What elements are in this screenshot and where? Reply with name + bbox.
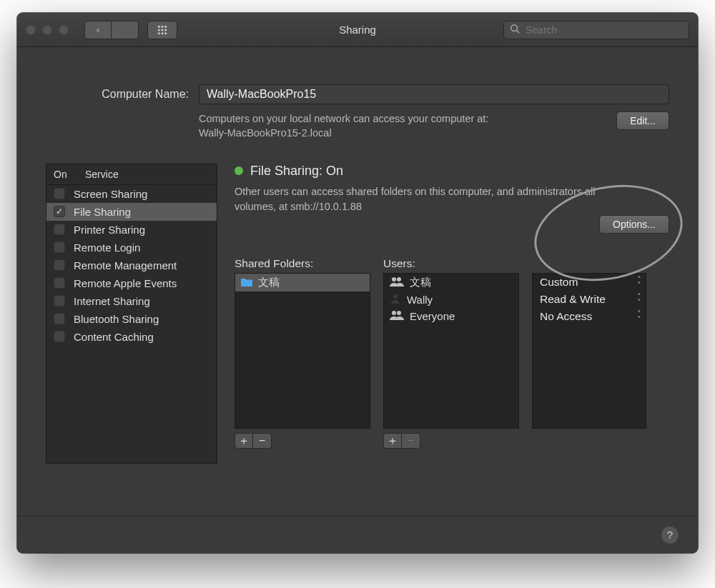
computer-name-row: Computer Name: [46,84,669,104]
permission-label: Read & Write [540,293,606,306]
service-row[interactable]: Bluetooth Sharing [46,310,217,328]
options-button[interactable]: Options... [599,215,669,234]
help-button[interactable]: ? [661,526,679,544]
svg-point-0 [158,25,160,27]
nav-buttons: ‹ › [84,21,139,39]
minimize-icon[interactable] [42,25,52,35]
folder-icon [241,276,252,289]
svg-point-12 [397,277,401,281]
users-label: Users: [383,257,519,270]
svg-line-10 [517,31,520,34]
service-row[interactable]: ✓File Sharing [46,203,217,221]
preferences-window: ‹ › Sharing Computer Name: [17,13,698,553]
service-row[interactable]: Remote Apple Events [46,274,217,292]
back-button[interactable]: ‹ [84,21,112,39]
add-user-button[interactable]: ＋ [383,433,402,449]
service-label: Remote Login [74,241,140,254]
permissions-spacer [532,257,646,270]
grid-icon [157,25,167,35]
group-icon [390,310,404,322]
pane-body: Computer Name: Computers on your local n… [17,47,698,516]
service-checkbox[interactable] [54,188,65,199]
service-checkbox[interactable] [54,241,65,253]
permission-item[interactable]: Read & Write˄˅ [533,291,646,308]
computer-name-label: Computer Name: [46,88,189,101]
svg-point-2 [164,25,167,27]
status-description: Other users can access shared folders on… [235,184,635,214]
service-label: File Sharing [74,206,131,218]
search-field[interactable] [503,21,689,39]
services-header-service: Service [85,169,119,180]
svg-point-9 [511,25,518,31]
computer-name-desc-line1: Computers on your local network can acce… [199,113,488,124]
service-row[interactable]: Remote Login [46,239,217,256]
service-label: Screen Sharing [74,188,147,200]
service-label: Internet Sharing [74,295,150,307]
chevron-right-icon: › [123,24,126,35]
shared-folders-list[interactable]: 文稿 [235,273,370,429]
svg-point-8 [164,32,167,34]
svg-point-6 [158,32,160,34]
computer-name-desc: Computers on your local network can acce… [199,111,602,141]
permission-label: No Access [540,310,592,323]
service-label: Bluetooth Sharing [74,313,159,325]
shared-folders-label: Shared Folders: [235,257,370,270]
service-checkbox[interactable] [54,313,65,324]
permission-stepper-icon[interactable]: ˄˅ [637,311,641,322]
status-dot-icon [235,166,243,175]
person-icon [390,294,401,306]
service-label: Remote Management [74,259,177,271]
svg-point-1 [161,25,163,27]
service-row[interactable]: Remote Management [46,256,217,274]
svg-point-7 [161,32,163,34]
main-split: On Service Screen Sharing✓File SharingPr… [46,164,669,464]
status-line: File Sharing: On [235,164,669,179]
search-input[interactable] [524,24,683,36]
permission-stepper-icon[interactable]: ˄˅ [637,294,641,305]
computer-name-input[interactable] [199,84,669,104]
footer: ? [17,516,698,553]
zoom-icon[interactable] [59,25,69,35]
permission-item[interactable]: No Access˄˅ [533,308,646,325]
show-all-button[interactable] [147,21,177,39]
lists-row: Shared Folders: 文稿 ＋ − Users: 文稿WallyEve… [235,257,669,449]
service-checkbox[interactable] [54,277,65,289]
user-item[interactable]: Everyone [384,308,518,324]
service-row[interactable]: Internet Sharing [46,292,217,310]
service-row[interactable]: Printer Sharing [46,221,217,239]
service-checkbox[interactable] [54,259,65,271]
chevron-left-icon: ‹ [97,24,99,35]
permissions-column: Custom˄˅Read & Write˄˅No Access˄˅ [532,257,646,449]
service-checkbox[interactable] [54,295,65,307]
svg-point-13 [393,294,398,299]
remove-folder-button[interactable]: − [253,433,272,449]
search-icon [510,24,520,36]
user-name: Everyone [410,310,455,322]
add-folder-button[interactable]: ＋ [235,433,253,449]
user-name: Wally [407,294,433,306]
service-label: Remote Apple Events [74,277,177,289]
user-item[interactable]: 文稿 [384,274,518,291]
service-checkbox[interactable]: ✓ [54,206,65,217]
shared-folders-pm: ＋ − [235,433,370,449]
forward-button: › [112,21,139,39]
edit-hostname-button[interactable]: Edit... [616,111,669,130]
services-header: On Service [46,164,217,185]
service-checkbox[interactable] [54,224,65,235]
users-column: Users: 文稿WallyEveryone ＋ − [383,257,519,449]
permission-stepper-icon[interactable]: ˄˅ [637,276,641,288]
service-detail: File Sharing: On Other users can access … [235,164,669,464]
permission-item[interactable]: Custom˄˅ [533,274,646,291]
service-checkbox[interactable] [54,331,65,342]
service-label: Content Caching [74,331,154,343]
service-row[interactable]: Screen Sharing [46,185,217,203]
shared-folder-item[interactable]: 文稿 [235,274,370,291]
user-item[interactable]: Wally [384,291,518,308]
users-list[interactable]: 文稿WallyEveryone [383,273,519,429]
titlebar: ‹ › Sharing [17,13,698,47]
svg-point-3 [158,29,160,31]
shared-folder-name: 文稿 [258,276,280,289]
service-row[interactable]: Content Caching [46,328,217,346]
close-icon[interactable] [26,25,36,35]
services-header-on: On [54,169,75,180]
